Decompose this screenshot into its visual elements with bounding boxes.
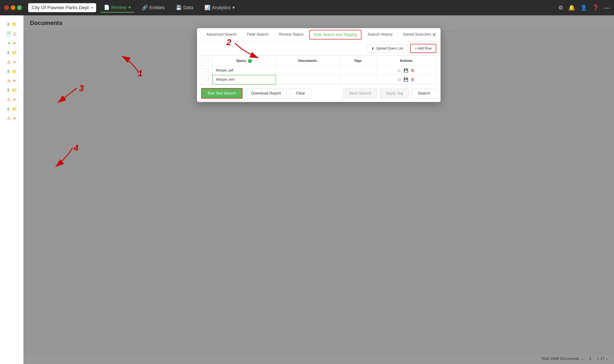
tab-review-status-label: Review Status (279, 32, 303, 37)
org-dropdown[interactable]: City Of Pawnee Parks Dept ▾ (28, 3, 96, 12)
row1-query-cell[interactable]: filetype:.pdf (212, 66, 276, 75)
tab-field-search-label: Field Search (247, 32, 268, 37)
row1-save-icon[interactable]: 💾 (404, 68, 408, 73)
apply-tag-button[interactable]: Apply Tag (380, 88, 409, 98)
nav-review[interactable]: 📄 Review ▾ (100, 3, 134, 13)
logo-dot-2 (11, 5, 15, 10)
plus-icon-1[interactable]: ✦ (7, 41, 11, 46)
col-checkbox (201, 56, 213, 66)
star-icon-3[interactable]: ✦ (13, 78, 16, 83)
sidebar-row-10: ⬇ 📁 (0, 104, 23, 114)
alert-icon-2[interactable]: ⚠ (7, 60, 11, 65)
help-icon[interactable]: ❓ (592, 4, 599, 11)
sidebar-row-11: ⚠ ✦ (0, 114, 23, 123)
download-report-button[interactable]: Download Report (245, 88, 287, 98)
folder-icon-3[interactable]: 📁 (12, 69, 17, 74)
col-tags: Tags (339, 56, 376, 66)
tab-review-status[interactable]: Review Status (274, 28, 308, 41)
row2-documents-cell (276, 75, 339, 84)
logo-dot-3 (17, 5, 22, 10)
row2-save-icon[interactable]: 💾 (404, 77, 408, 82)
review-icon: 📄 (104, 5, 110, 10)
row2-query-cell[interactable]: filetype:.eml (212, 75, 276, 84)
header-checkbox[interactable] (205, 58, 209, 62)
nav-data[interactable]: 💾 Data (172, 3, 196, 12)
modal-close-button[interactable]: ✕ (432, 32, 436, 38)
user-icon[interactable]: 👤 (580, 4, 587, 11)
tab-field-search[interactable]: Field Search (242, 28, 274, 41)
analytics-icon: 📊 (204, 5, 210, 11)
folder-icon-2[interactable]: 📁 (12, 50, 17, 55)
tab-search-history[interactable]: Search History (362, 28, 398, 41)
collapse-icon[interactable]: — (604, 4, 610, 11)
row2-checkbox-cell (201, 75, 213, 84)
star-icon-5[interactable]: ✦ (13, 116, 16, 121)
alert-icon-5[interactable]: ⚠ (7, 116, 11, 121)
org-name: City Of Pawnee Parks Dept (32, 5, 89, 11)
tab-saved-searches[interactable]: Saved Searches (398, 28, 436, 41)
download-icon-4[interactable]: ⬇ (6, 88, 10, 93)
alert-icon-3[interactable]: ⚠ (7, 78, 11, 83)
nav-entities[interactable]: 🔗 Entities (139, 3, 168, 12)
row2-delete-icon[interactable]: 🗑 (411, 78, 415, 82)
run-test-search-label: Run Test Search (208, 91, 236, 95)
logo-dot-1 (4, 5, 9, 10)
row1-checkbox[interactable] (205, 68, 209, 72)
download-icon-1[interactable]: ⬇ (6, 22, 10, 27)
tab-bulk-search[interactable]: Bulk Search and Tagging (309, 30, 362, 39)
run-test-search-button[interactable]: Run Test Search (201, 88, 242, 99)
row1-checkbox-cell (201, 66, 213, 75)
settings-icon[interactable]: ⚙ (558, 4, 563, 11)
doc-panel: Documents Advanced Search Field Search R… (24, 15, 614, 364)
tab-advanced-search[interactable]: Advanced Search (201, 28, 242, 41)
upload-query-list-button[interactable]: ⬇ Upload Query List (367, 44, 408, 53)
download-icon-5[interactable]: ⬇ (6, 106, 10, 112)
add-row-button[interactable]: + Add Row (410, 44, 436, 53)
app-logo (4, 5, 22, 10)
col-actions: Actions (376, 56, 436, 66)
sidebar-row-1: ⬇ 📁 (0, 20, 23, 29)
row1-tags-cell (339, 66, 376, 75)
clear-button[interactable]: Clear (290, 88, 311, 98)
alert-icon-1[interactable]: ⚠ (13, 31, 17, 37)
save-search-label: Save Search (349, 91, 371, 95)
table-row: filetype:.pdf ◎ 💾 🗑 (201, 66, 436, 75)
row1-view-icon[interactable]: ◎ (398, 68, 401, 73)
nav-analytics-label: Analytics (212, 5, 231, 11)
nav-entities-label: Entities (149, 5, 165, 11)
sidebar-row-9: ⚠ ✦ (0, 95, 23, 104)
star-icon-4[interactable]: ✦ (13, 97, 16, 102)
folder-icon-1[interactable]: 📁 (12, 22, 17, 27)
row1-delete-icon[interactable]: 🗑 (411, 68, 415, 73)
sidebar-row-4: ⬇ 📁 (0, 48, 23, 57)
annotation-arrow-4: 4 (41, 143, 83, 171)
download-icon-2[interactable]: ⬇ (6, 50, 10, 55)
sidebar-row-5: ⚠ ✦ (0, 57, 23, 67)
alert-icon-4[interactable]: ⚠ (7, 97, 11, 102)
svg-text:4: 4 (73, 143, 78, 153)
modal-toolbar: ⬇ Upload Query List + Add Row (197, 41, 441, 56)
search-button[interactable]: Search (412, 88, 436, 98)
query-table: Query i Documents Tags Actions (201, 56, 436, 84)
col-documents: Documents (276, 56, 339, 66)
nav-analytics[interactable]: 📊 Analytics ▾ (201, 3, 238, 12)
row2-checkbox[interactable] (205, 77, 209, 81)
data-icon: 💾 (176, 5, 181, 11)
upload-query-list-label: Upload Query List (376, 47, 403, 50)
save-search-button[interactable]: Save Search (343, 88, 377, 98)
download-icon-3[interactable]: ⬇ (6, 69, 10, 74)
star-icon-2[interactable]: ✦ (13, 60, 16, 65)
nav-review-label: Review (111, 5, 127, 10)
row2-view-icon[interactable]: ◎ (398, 77, 401, 82)
notification-icon[interactable]: 🔔 (568, 4, 575, 11)
review-chevron: ▾ (128, 5, 131, 10)
query-info-icon[interactable]: i (248, 59, 252, 63)
row2-actions-cell: ◎ 💾 🗑 (376, 75, 436, 84)
folder-icon-5[interactable]: 📁 (12, 106, 17, 112)
folder-icon-4[interactable]: 📁 (12, 88, 17, 93)
r-badge-1: R (7, 31, 11, 37)
star-icon-1[interactable]: ✦ (13, 41, 16, 46)
annotation-arrow-3: 3 (45, 84, 88, 109)
clear-label: Clear (296, 91, 305, 95)
annotation-arrow-1: 1 (105, 52, 147, 77)
